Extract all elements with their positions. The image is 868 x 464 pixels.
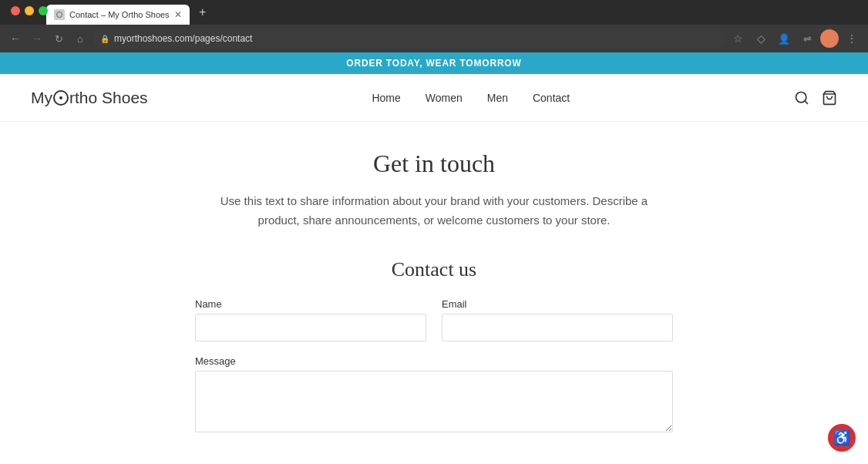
nav-home[interactable]: Home	[372, 92, 400, 104]
logo-text-pre: My	[31, 89, 52, 107]
form-group-message: Message	[195, 355, 673, 432]
message-textarea[interactable]	[195, 371, 673, 432]
contact-section-title: Contact us	[15, 258, 853, 281]
form-row-name-email: Name Email	[195, 298, 673, 341]
user-avatar[interactable]	[820, 29, 839, 48]
search-icon	[794, 90, 809, 106]
extensions-button[interactable]: ◇	[751, 29, 771, 49]
address-bar-container[interactable]: 🔒 myorthoshoes.com/pages/contact	[93, 29, 725, 49]
browser-btn-close[interactable]	[11, 6, 20, 15]
tab-favicon	[54, 9, 65, 20]
forward-button[interactable]: →	[28, 29, 46, 48]
page-hero-title: Get in touch	[15, 150, 853, 178]
nav-women[interactable]: Women	[426, 92, 463, 104]
browser-chrome: Contact – My Ortho Shoes ✕ + ← → ↻ ⌂ 🔒 m…	[0, 0, 868, 52]
browser-btn-min[interactable]	[25, 6, 34, 15]
lock-icon: 🔒	[100, 35, 109, 43]
back-button[interactable]: ←	[6, 29, 25, 48]
announcement-text: ORDER TODAY, WEAR TOMORROW	[346, 58, 521, 69]
form-group-email: Email	[442, 298, 673, 341]
announcement-bar: ORDER TODAY, WEAR TOMORROW	[0, 52, 868, 74]
menu-button[interactable]: ⋮	[842, 29, 862, 49]
site-header: My rtho Shoes Home Women Men Contact	[0, 74, 868, 122]
name-label: Name	[195, 298, 426, 310]
email-label: Email	[442, 298, 673, 310]
address-text: myorthoshoes.com/pages/contact	[114, 33, 717, 44]
contact-form: Name Email Message	[195, 298, 673, 432]
tab-close-icon[interactable]: ✕	[174, 9, 182, 20]
reload-button[interactable]: ↻	[49, 29, 68, 48]
browser-tab[interactable]: Contact – My Ortho Shoes ✕	[46, 5, 190, 25]
profile-button[interactable]: 👤	[774, 29, 794, 49]
form-group-name: Name	[195, 298, 426, 341]
message-label: Message	[195, 355, 673, 367]
logo-text-mid: rtho Shoes	[69, 89, 148, 107]
bookmark-button[interactable]: ☆	[728, 29, 748, 49]
svg-line-1	[805, 100, 808, 103]
accessibility-icon: ♿	[833, 429, 850, 446]
new-tab-button[interactable]: +	[193, 2, 213, 22]
cart-icon	[822, 90, 837, 106]
nav-men[interactable]: Men	[487, 92, 508, 104]
website-content: ORDER TODAY, WEAR TOMORROW My rtho Shoes…	[0, 52, 868, 446]
search-button[interactable]	[794, 90, 809, 106]
site-nav: Home Women Men Contact	[372, 92, 570, 104]
logo-o-icon	[53, 90, 69, 106]
sync-button[interactable]: ⇌	[797, 29, 817, 49]
nav-contact[interactable]: Contact	[533, 92, 570, 104]
email-input[interactable]	[442, 314, 673, 341]
name-input[interactable]	[195, 314, 426, 341]
cart-button[interactable]	[822, 90, 837, 106]
site-logo[interactable]: My rtho Shoes	[31, 89, 148, 107]
main-content: Get in touch Use this text to share info…	[0, 122, 868, 446]
page-hero-desc: Use this text to share information about…	[203, 192, 665, 230]
header-icons	[794, 90, 837, 106]
accessibility-widget[interactable]: ♿	[828, 424, 856, 452]
browser-btn-max[interactable]	[39, 6, 48, 15]
home-button[interactable]: ⌂	[71, 29, 89, 48]
tab-title: Contact – My Ortho Shoes	[69, 10, 170, 19]
